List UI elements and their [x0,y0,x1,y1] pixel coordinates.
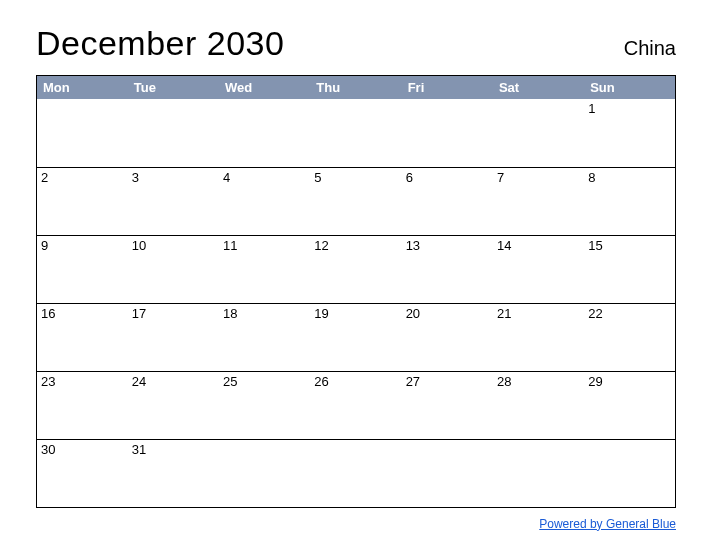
calendar-day: 19 [310,303,401,371]
calendar-header: December 2030 China [36,24,676,63]
calendar-week: 2 3 4 5 6 7 8 [37,167,676,235]
calendar-day: 16 [37,303,128,371]
calendar-day: 7 [493,167,584,235]
calendar-day: 2 [37,167,128,235]
calendar-day: 10 [128,235,219,303]
calendar-day [128,99,219,167]
calendar-day: 11 [219,235,310,303]
calendar-day: 29 [584,371,675,439]
day-header: Sat [493,76,584,100]
day-header: Thu [310,76,401,100]
calendar-day: 1 [584,99,675,167]
calendar-day: 26 [310,371,401,439]
day-header: Mon [37,76,128,100]
calendar-day [493,99,584,167]
calendar-day: 28 [493,371,584,439]
calendar-day [37,99,128,167]
calendar-day [493,439,584,507]
calendar-day: 17 [128,303,219,371]
calendar-day [402,439,493,507]
day-header-row: Mon Tue Wed Thu Fri Sat Sun [37,76,676,100]
calendar-week: 23 24 25 26 27 28 29 [37,371,676,439]
calendar-day: 9 [37,235,128,303]
calendar-day: 18 [219,303,310,371]
calendar-day: 3 [128,167,219,235]
calendar-day: 30 [37,439,128,507]
calendar-day: 31 [128,439,219,507]
calendar-day: 25 [219,371,310,439]
calendar-title: December 2030 [36,24,284,63]
calendar-day [219,439,310,507]
day-header: Wed [219,76,310,100]
calendar-day: 12 [310,235,401,303]
calendar-day [310,99,401,167]
calendar-day: 27 [402,371,493,439]
calendar-day: 22 [584,303,675,371]
day-header: Tue [128,76,219,100]
calendar-day: 14 [493,235,584,303]
calendar-day: 24 [128,371,219,439]
day-header: Fri [402,76,493,100]
calendar-day: 8 [584,167,675,235]
calendar-day [584,439,675,507]
calendar-week: 30 31 [37,439,676,507]
calendar-day: 20 [402,303,493,371]
calendar-day: 6 [402,167,493,235]
calendar-day: 4 [219,167,310,235]
powered-by-link[interactable]: Powered by General Blue [539,517,676,531]
calendar-week: 1 [37,99,676,167]
calendar-day: 21 [493,303,584,371]
calendar-day: 5 [310,167,401,235]
calendar-day [219,99,310,167]
calendar-day: 15 [584,235,675,303]
calendar-week: 16 17 18 19 20 21 22 [37,303,676,371]
footer: Powered by General Blue [36,514,676,532]
calendar-day [402,99,493,167]
calendar-day [310,439,401,507]
day-header: Sun [584,76,675,100]
calendar-day: 13 [402,235,493,303]
calendar-week: 9 10 11 12 13 14 15 [37,235,676,303]
calendar-table: Mon Tue Wed Thu Fri Sat Sun 1 2 3 4 5 6 … [36,75,676,508]
calendar-day: 23 [37,371,128,439]
calendar-region: China [624,37,676,60]
